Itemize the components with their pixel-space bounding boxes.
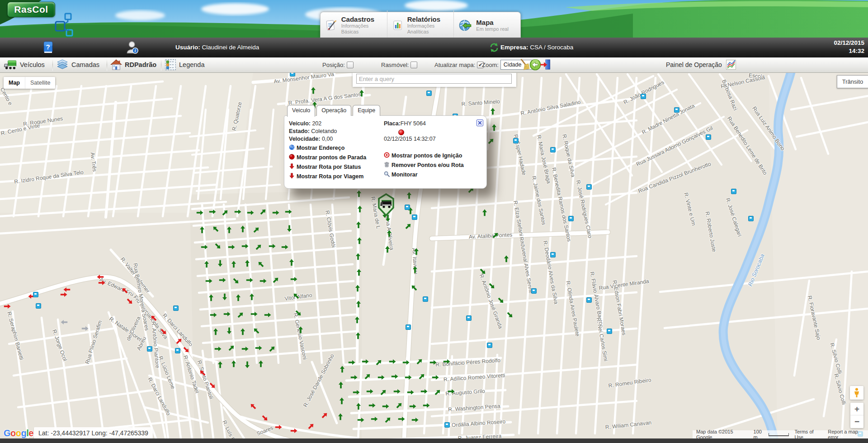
map-toolbar: Veículos Camadas RDPadrão Legenda [0, 57, 868, 73]
bus-stop-marker[interactable] [674, 107, 679, 113]
rascol-app: { "header": { "logo": "RasCol", "nav": [… [0, 0, 868, 443]
state-value: Coletando [311, 128, 337, 134]
bus-stop-marker[interactable] [641, 94, 646, 99]
transito-button[interactable]: Trânsito [837, 75, 868, 88]
zoom-control: + − [850, 403, 863, 428]
tab-operação[interactable]: Operação [316, 105, 351, 116]
zoom-out-button[interactable]: − [850, 415, 863, 428]
bus-stop-marker[interactable] [748, 216, 754, 221]
popup-link-label: Mostrar Rota por Status [297, 164, 361, 170]
bus-stop-marker[interactable] [731, 189, 736, 194]
search-input[interactable] [356, 74, 512, 84]
plate-field: Placa:FHY 5064 [384, 120, 426, 127]
bus-stop-marker[interactable] [173, 305, 179, 311]
bus-stop-marker[interactable] [444, 422, 450, 428]
plate-value: FHY 5064 [401, 120, 426, 127]
globe-arrow-icon [458, 19, 472, 32]
map-type-button[interactable]: Map [4, 77, 25, 89]
bus-stop-marker[interactable] [36, 303, 41, 309]
globe-icon [289, 144, 295, 152]
bus-stop-marker[interactable] [706, 134, 711, 140]
bus-stop-marker[interactable] [586, 297, 592, 303]
popup-link-mostrar-pontos-de-parada[interactable]: Mostrar pontos de Parada [289, 154, 366, 161]
help-icon[interactable]: ? [43, 41, 54, 54]
google-logo[interactable]: Google [4, 428, 33, 438]
close-icon[interactable] [476, 119, 483, 126]
bus-stop-marker[interactable] [147, 346, 152, 352]
nav-sublabel: Informações Básicas [341, 23, 382, 35]
clear-broom-icon[interactable] [520, 59, 530, 71]
refresh-icon[interactable] [490, 43, 499, 52]
posicao-checkbox[interactable] [347, 62, 354, 68]
bus-stop-marker[interactable] [175, 348, 180, 353]
bus-stop-marker[interactable] [550, 147, 556, 152]
bus-stop-marker[interactable] [33, 292, 38, 297]
map-attribution: Map data ©2015 Google 100 m Terms of Use… [693, 430, 868, 438]
bus-stop-marker[interactable] [513, 138, 519, 143]
zoom-label: Zoom: [482, 62, 499, 68]
legenda-button[interactable]: Legenda [165, 58, 204, 71]
plate-label: Placa: [384, 120, 401, 127]
bus-stop-marker[interactable] [412, 214, 417, 220]
nav-item-relatorios[interactable]: Relatórios Informações Analíticas [387, 10, 454, 38]
state-field: Estado: Coletando [289, 128, 337, 134]
vehicle-marker[interactable] [377, 193, 395, 217]
operation-chart-icon [726, 59, 736, 70]
bus-stop-marker[interactable] [531, 288, 537, 294]
popup-link-mostrar-endere-o[interactable]: Mostrar Endereço [289, 144, 366, 152]
popup-link-monitorar[interactable]: Monitorar [384, 171, 464, 178]
bus-stop-marker[interactable] [487, 343, 492, 348]
camadas-button[interactable]: Camadas [56, 58, 99, 71]
google-logo-letter: g [21, 428, 27, 438]
vehicle-value: 202 [312, 120, 321, 127]
atualizar-label: Atualizar mapa: [434, 62, 475, 68]
popup-link-label: Remover Pontos e/ou Rota [392, 162, 464, 168]
house-icon [110, 59, 122, 70]
bus-stop-marker[interactable] [466, 315, 472, 321]
legend-icon [165, 59, 176, 71]
popup-link-mostrar-rota-por-status[interactable]: Mostrar Rota por Status [289, 163, 366, 171]
google-logo-letter: e [28, 428, 33, 438]
bus-stop-marker[interactable] [426, 91, 432, 96]
user-name: Claudinei de Almeida [202, 44, 259, 51]
rasmovel-label: Rasmóvel: [381, 62, 409, 68]
popup-link-remover-pontos-e-ou-rota[interactable]: Remover Pontos e/ou Rota [384, 162, 464, 169]
tab-equipe[interactable]: Equipe [353, 105, 380, 116]
bus-stop-marker[interactable] [550, 252, 556, 257]
bus-stop-marker[interactable] [423, 296, 428, 302]
bus-stop-marker[interactable] [607, 329, 612, 334]
company-label: Empresa: [500, 44, 528, 51]
current-time: 14:32 [849, 48, 864, 54]
nav-label: Cadastros [341, 15, 382, 23]
rdpadrao-button[interactable]: RDPadrão [110, 58, 156, 71]
bus-stop-marker[interactable] [406, 324, 411, 330]
latlong-readout: Lat: -23,44432917 Long: -47,47265339 [34, 427, 153, 439]
bus-stop-marker[interactable] [568, 216, 574, 221]
zoom-in-button[interactable]: + [850, 403, 863, 415]
veiculos-button[interactable]: Veículos [4, 58, 45, 71]
svg-text:i: i [135, 48, 136, 53]
toolbar-separator [161, 59, 161, 71]
painel-operacao-button[interactable]: Painel de Operação [666, 60, 736, 69]
bus-stop-marker[interactable] [586, 184, 592, 190]
maptype-control: Map Satellite [4, 77, 55, 89]
ignition-icon [384, 152, 390, 159]
pegman-control[interactable] [850, 386, 863, 400]
nav-item-cadastros[interactable]: Cadastros Informações Básicas [321, 10, 387, 38]
popup-link-label: Mostrar pontos de Ignição [392, 152, 462, 159]
nav-item-mapa[interactable]: Mapa Em tempo real [453, 10, 520, 38]
satellite-type-button[interactable]: Satellite [25, 77, 55, 89]
exit-door-icon[interactable] [540, 59, 551, 71]
tab-veiculo[interactable]: Veiculo [287, 105, 315, 117]
popup-link-mostrar-rota-por-viagem[interactable]: Mostrar Rota por Viagem [289, 173, 366, 180]
popup-link-mostrar-pontos-de-igni-o[interactable]: Mostrar pontos de Ignição [384, 152, 464, 159]
user-icon[interactable]: i [126, 41, 139, 54]
rasmovel-checkbox[interactable] [410, 62, 417, 68]
magnifier-icon [384, 171, 390, 178]
datetime-field: 02/12/2015 14:32:07 [384, 136, 436, 142]
svg-text:?: ? [46, 43, 50, 51]
painel-label: Painel de Operação [666, 61, 722, 68]
bar-chart-icon [392, 19, 403, 32]
nav-sublabel: Informações Analíticas [407, 23, 449, 35]
bus-stop-marker[interactable] [405, 205, 410, 210]
